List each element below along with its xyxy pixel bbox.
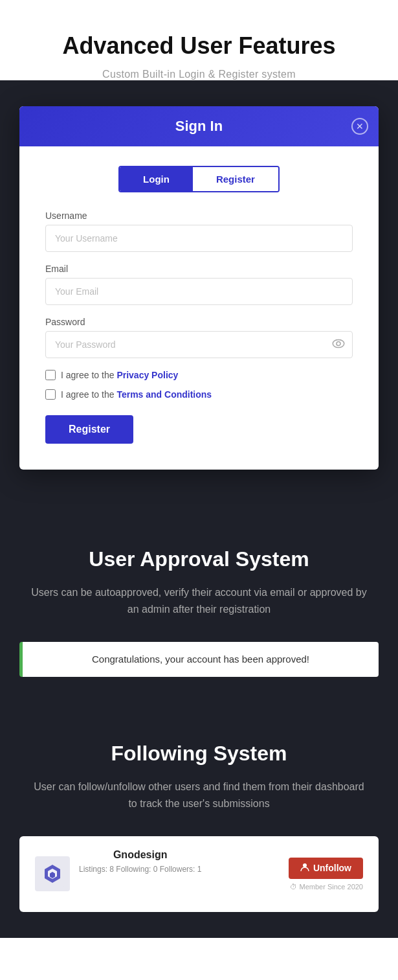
- following-title: Following System: [19, 742, 379, 766]
- eye-icon[interactable]: [332, 338, 345, 352]
- privacy-checkbox[interactable]: [45, 370, 56, 380]
- approval-section: User Approval System Users can be autoap…: [0, 508, 398, 703]
- user-card: Gnodesign Listings: 8 Following: 0 Follo…: [19, 836, 379, 913]
- email-input[interactable]: [45, 278, 353, 305]
- page-title: Advanced User Features: [13, 32, 385, 60]
- user-info: Gnodesign Listings: 8 Following: 0 Follo…: [35, 849, 201, 900]
- terms-link[interactable]: Terms and Conditions: [116, 389, 212, 400]
- password-wrap: [45, 331, 353, 358]
- username-label: Username: [45, 211, 353, 221]
- password-field-group: Password: [45, 317, 353, 358]
- approval-description: Users can be autoapproved, verify their …: [31, 584, 368, 619]
- avatar: [35, 856, 70, 891]
- email-field-group: Email: [45, 264, 353, 305]
- privacy-policy-group: I agree to the Privacy Policy: [45, 370, 353, 380]
- modal-title: Sign In: [175, 118, 223, 135]
- page-subtitle: Custom Built-in Login & Register system: [13, 69, 385, 80]
- tab-group: Login Register: [118, 166, 280, 192]
- user-stats: Listings: 8 Following: 0 Followers: 1: [79, 863, 201, 876]
- following-section: Following System User can follow/unfollo…: [0, 703, 398, 939]
- terms-group: I agree to the Terms and Conditions: [45, 389, 353, 400]
- user-actions: Unfollow ⏱ Member Since 2020: [289, 858, 363, 891]
- close-icon: ✕: [356, 121, 364, 131]
- user-name: Gnodesign: [79, 849, 201, 861]
- dark-section: Sign In ✕ Login Register Username Email: [0, 80, 398, 508]
- modal-header: Sign In ✕: [19, 106, 379, 146]
- username-field-group: Username: [45, 211, 353, 252]
- email-label: Email: [45, 264, 353, 274]
- person-icon: [300, 863, 309, 874]
- approval-banner-text: Congratulations, your account has been a…: [92, 654, 309, 665]
- privacy-policy-link[interactable]: Privacy Policy: [116, 370, 178, 380]
- tab-login[interactable]: Login: [120, 167, 193, 191]
- svg-point-1: [337, 341, 340, 345]
- modal-card: Sign In ✕ Login Register Username Email: [19, 106, 379, 470]
- svg-point-0: [333, 339, 344, 347]
- following-description: User can follow/unfollow other users and…: [31, 779, 368, 813]
- username-input[interactable]: [45, 225, 353, 252]
- password-input[interactable]: [45, 331, 353, 358]
- clock-icon: ⏱: [290, 883, 297, 891]
- privacy-label: I agree to the Privacy Policy: [61, 370, 178, 380]
- user-details: Gnodesign Listings: 8 Following: 0 Follo…: [79, 849, 201, 900]
- member-since: ⏱ Member Since 2020: [290, 883, 363, 891]
- tab-register[interactable]: Register: [193, 167, 278, 191]
- modal-close-button[interactable]: ✕: [351, 118, 368, 135]
- modal-body: Login Register Username Email Password: [19, 146, 379, 470]
- top-section: Advanced User Features Custom Built-in L…: [0, 0, 398, 80]
- register-button[interactable]: Register: [45, 415, 133, 444]
- approval-banner: Congratulations, your account has been a…: [19, 642, 379, 677]
- password-label: Password: [45, 317, 353, 327]
- terms-checkbox[interactable]: [45, 389, 56, 400]
- approval-title: User Approval System: [19, 547, 379, 571]
- svg-point-6: [303, 863, 307, 867]
- terms-label: I agree to the Terms and Conditions: [61, 389, 212, 400]
- unfollow-button[interactable]: Unfollow: [289, 858, 363, 879]
